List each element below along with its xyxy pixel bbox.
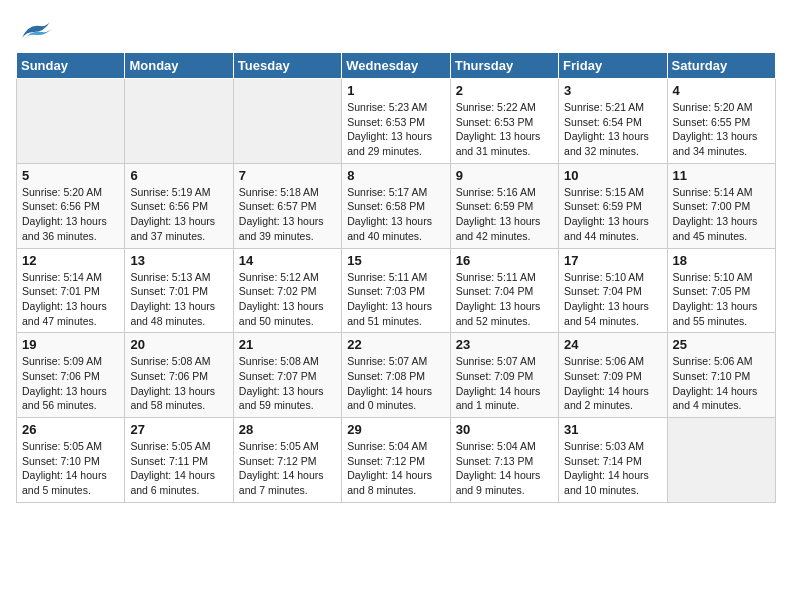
- day-info: Sunrise: 5:10 AM Sunset: 7:05 PM Dayligh…: [673, 270, 770, 329]
- calendar-cell: 30Sunrise: 5:04 AM Sunset: 7:13 PM Dayli…: [450, 418, 558, 503]
- day-number: 29: [347, 422, 444, 437]
- day-info: Sunrise: 5:20 AM Sunset: 6:55 PM Dayligh…: [673, 100, 770, 159]
- day-number: 24: [564, 337, 661, 352]
- day-number: 20: [130, 337, 227, 352]
- day-info: Sunrise: 5:05 AM Sunset: 7:11 PM Dayligh…: [130, 439, 227, 498]
- column-header-sunday: Sunday: [17, 53, 125, 79]
- calendar-cell: 29Sunrise: 5:04 AM Sunset: 7:12 PM Dayli…: [342, 418, 450, 503]
- day-info: Sunrise: 5:12 AM Sunset: 7:02 PM Dayligh…: [239, 270, 336, 329]
- logo: [16, 16, 56, 44]
- calendar-cell: 3Sunrise: 5:21 AM Sunset: 6:54 PM Daylig…: [559, 79, 667, 164]
- day-info: Sunrise: 5:07 AM Sunset: 7:09 PM Dayligh…: [456, 354, 553, 413]
- day-info: Sunrise: 5:13 AM Sunset: 7:01 PM Dayligh…: [130, 270, 227, 329]
- calendar-cell: [125, 79, 233, 164]
- day-number: 27: [130, 422, 227, 437]
- day-number: 22: [347, 337, 444, 352]
- column-header-monday: Monday: [125, 53, 233, 79]
- calendar-cell: 22Sunrise: 5:07 AM Sunset: 7:08 PM Dayli…: [342, 333, 450, 418]
- day-info: Sunrise: 5:21 AM Sunset: 6:54 PM Dayligh…: [564, 100, 661, 159]
- calendar-cell: [233, 79, 341, 164]
- day-info: Sunrise: 5:03 AM Sunset: 7:14 PM Dayligh…: [564, 439, 661, 498]
- calendar-cell: 8Sunrise: 5:17 AM Sunset: 6:58 PM Daylig…: [342, 163, 450, 248]
- day-number: 12: [22, 253, 119, 268]
- calendar-cell: 19Sunrise: 5:09 AM Sunset: 7:06 PM Dayli…: [17, 333, 125, 418]
- day-info: Sunrise: 5:23 AM Sunset: 6:53 PM Dayligh…: [347, 100, 444, 159]
- calendar-cell: 7Sunrise: 5:18 AM Sunset: 6:57 PM Daylig…: [233, 163, 341, 248]
- day-number: 18: [673, 253, 770, 268]
- day-number: 21: [239, 337, 336, 352]
- calendar-cell: 10Sunrise: 5:15 AM Sunset: 6:59 PM Dayli…: [559, 163, 667, 248]
- day-info: Sunrise: 5:14 AM Sunset: 7:00 PM Dayligh…: [673, 185, 770, 244]
- day-number: 13: [130, 253, 227, 268]
- day-info: Sunrise: 5:17 AM Sunset: 6:58 PM Dayligh…: [347, 185, 444, 244]
- day-info: Sunrise: 5:11 AM Sunset: 7:04 PM Dayligh…: [456, 270, 553, 329]
- day-number: 26: [22, 422, 119, 437]
- calendar-week-row: 19Sunrise: 5:09 AM Sunset: 7:06 PM Dayli…: [17, 333, 776, 418]
- day-info: Sunrise: 5:20 AM Sunset: 6:56 PM Dayligh…: [22, 185, 119, 244]
- calendar-cell: 18Sunrise: 5:10 AM Sunset: 7:05 PM Dayli…: [667, 248, 775, 333]
- calendar-cell: 5Sunrise: 5:20 AM Sunset: 6:56 PM Daylig…: [17, 163, 125, 248]
- calendar-cell: 17Sunrise: 5:10 AM Sunset: 7:04 PM Dayli…: [559, 248, 667, 333]
- calendar-cell: 20Sunrise: 5:08 AM Sunset: 7:06 PM Dayli…: [125, 333, 233, 418]
- day-number: 8: [347, 168, 444, 183]
- calendar-cell: 24Sunrise: 5:06 AM Sunset: 7:09 PM Dayli…: [559, 333, 667, 418]
- calendar-cell: 14Sunrise: 5:12 AM Sunset: 7:02 PM Dayli…: [233, 248, 341, 333]
- day-info: Sunrise: 5:19 AM Sunset: 6:56 PM Dayligh…: [130, 185, 227, 244]
- day-number: 25: [673, 337, 770, 352]
- calendar-cell: 6Sunrise: 5:19 AM Sunset: 6:56 PM Daylig…: [125, 163, 233, 248]
- day-number: 2: [456, 83, 553, 98]
- calendar-cell: 25Sunrise: 5:06 AM Sunset: 7:10 PM Dayli…: [667, 333, 775, 418]
- calendar-cell: [17, 79, 125, 164]
- calendar-cell: 15Sunrise: 5:11 AM Sunset: 7:03 PM Dayli…: [342, 248, 450, 333]
- day-info: Sunrise: 5:18 AM Sunset: 6:57 PM Dayligh…: [239, 185, 336, 244]
- calendar-cell: 16Sunrise: 5:11 AM Sunset: 7:04 PM Dayli…: [450, 248, 558, 333]
- calendar-cell: 31Sunrise: 5:03 AM Sunset: 7:14 PM Dayli…: [559, 418, 667, 503]
- calendar-week-row: 1Sunrise: 5:23 AM Sunset: 6:53 PM Daylig…: [17, 79, 776, 164]
- day-number: 23: [456, 337, 553, 352]
- day-info: Sunrise: 5:05 AM Sunset: 7:12 PM Dayligh…: [239, 439, 336, 498]
- day-info: Sunrise: 5:11 AM Sunset: 7:03 PM Dayligh…: [347, 270, 444, 329]
- day-number: 4: [673, 83, 770, 98]
- day-number: 7: [239, 168, 336, 183]
- day-info: Sunrise: 5:05 AM Sunset: 7:10 PM Dayligh…: [22, 439, 119, 498]
- day-info: Sunrise: 5:08 AM Sunset: 7:07 PM Dayligh…: [239, 354, 336, 413]
- calendar-week-row: 5Sunrise: 5:20 AM Sunset: 6:56 PM Daylig…: [17, 163, 776, 248]
- column-header-saturday: Saturday: [667, 53, 775, 79]
- calendar-cell: 2Sunrise: 5:22 AM Sunset: 6:53 PM Daylig…: [450, 79, 558, 164]
- day-number: 30: [456, 422, 553, 437]
- day-number: 9: [456, 168, 553, 183]
- day-number: 28: [239, 422, 336, 437]
- day-number: 19: [22, 337, 119, 352]
- day-number: 6: [130, 168, 227, 183]
- day-info: Sunrise: 5:08 AM Sunset: 7:06 PM Dayligh…: [130, 354, 227, 413]
- calendar-cell: 23Sunrise: 5:07 AM Sunset: 7:09 PM Dayli…: [450, 333, 558, 418]
- day-info: Sunrise: 5:15 AM Sunset: 6:59 PM Dayligh…: [564, 185, 661, 244]
- calendar-header-row: SundayMondayTuesdayWednesdayThursdayFrid…: [17, 53, 776, 79]
- day-number: 14: [239, 253, 336, 268]
- calendar-week-row: 12Sunrise: 5:14 AM Sunset: 7:01 PM Dayli…: [17, 248, 776, 333]
- day-info: Sunrise: 5:16 AM Sunset: 6:59 PM Dayligh…: [456, 185, 553, 244]
- calendar-cell: 26Sunrise: 5:05 AM Sunset: 7:10 PM Dayli…: [17, 418, 125, 503]
- calendar-cell: 28Sunrise: 5:05 AM Sunset: 7:12 PM Dayli…: [233, 418, 341, 503]
- column-header-thursday: Thursday: [450, 53, 558, 79]
- day-info: Sunrise: 5:10 AM Sunset: 7:04 PM Dayligh…: [564, 270, 661, 329]
- day-number: 16: [456, 253, 553, 268]
- day-number: 11: [673, 168, 770, 183]
- calendar-week-row: 26Sunrise: 5:05 AM Sunset: 7:10 PM Dayli…: [17, 418, 776, 503]
- calendar-cell: 27Sunrise: 5:05 AM Sunset: 7:11 PM Dayli…: [125, 418, 233, 503]
- day-info: Sunrise: 5:06 AM Sunset: 7:10 PM Dayligh…: [673, 354, 770, 413]
- column-header-wednesday: Wednesday: [342, 53, 450, 79]
- day-number: 1: [347, 83, 444, 98]
- calendar-cell: 9Sunrise: 5:16 AM Sunset: 6:59 PM Daylig…: [450, 163, 558, 248]
- calendar-cell: 1Sunrise: 5:23 AM Sunset: 6:53 PM Daylig…: [342, 79, 450, 164]
- day-number: 5: [22, 168, 119, 183]
- day-number: 15: [347, 253, 444, 268]
- day-info: Sunrise: 5:04 AM Sunset: 7:13 PM Dayligh…: [456, 439, 553, 498]
- calendar-cell: 11Sunrise: 5:14 AM Sunset: 7:00 PM Dayli…: [667, 163, 775, 248]
- calendar-cell: 21Sunrise: 5:08 AM Sunset: 7:07 PM Dayli…: [233, 333, 341, 418]
- day-info: Sunrise: 5:06 AM Sunset: 7:09 PM Dayligh…: [564, 354, 661, 413]
- day-info: Sunrise: 5:22 AM Sunset: 6:53 PM Dayligh…: [456, 100, 553, 159]
- logo-icon: [16, 16, 52, 44]
- day-number: 3: [564, 83, 661, 98]
- day-number: 17: [564, 253, 661, 268]
